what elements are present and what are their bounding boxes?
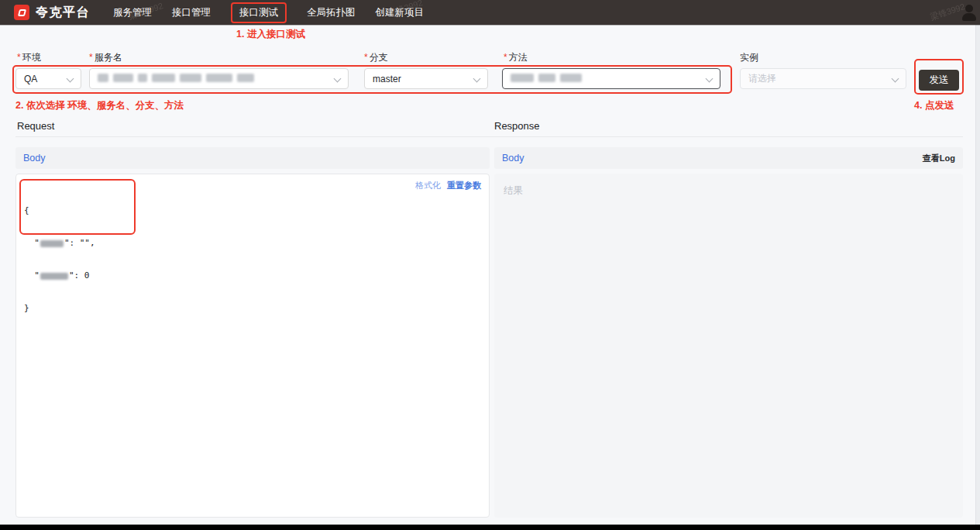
annotation-step2: 2. 依次选择 环境、服务名、分支、方法 xyxy=(15,99,184,112)
branch-label: *分支 xyxy=(364,51,388,64)
json-line: "": "", xyxy=(24,238,95,249)
branch-select[interactable]: master xyxy=(364,68,488,89)
instance-select[interactable]: 请选择 xyxy=(740,68,906,89)
interface-test-page: 夸克平台 服务管理 接口管理 接口测试 全局拓扑图 创建新项目 梁锋3992 梁… xyxy=(0,0,980,530)
brand-title: 夸克平台 xyxy=(36,5,90,21)
request-json-content: { "": "", "": 0 } xyxy=(24,184,95,336)
required-asterisk: * xyxy=(89,52,93,63)
required-asterisk: * xyxy=(504,52,507,63)
request-tab-body[interactable]: Body xyxy=(23,153,46,163)
branch-select-value: master xyxy=(373,74,401,84)
annotation-step1: 1. 进入接口测试 xyxy=(236,28,305,41)
result-placeholder: 结果 xyxy=(504,184,523,198)
json-line: "": 0 xyxy=(24,270,95,281)
chevron-down-icon xyxy=(473,75,481,83)
format-link[interactable]: 格式化 xyxy=(415,180,441,191)
instance-select-placeholder: 请选择 xyxy=(748,72,776,85)
response-tabbar: Body 查看Log xyxy=(494,147,963,169)
top-navbar: 夸克平台 服务管理 接口管理 接口测试 全局拓扑图 创建新项目 梁锋3992 梁… xyxy=(0,0,980,25)
nav-item-create-project[interactable]: 创建新项目 xyxy=(376,6,425,19)
service-select-value-redacted xyxy=(98,74,259,84)
instance-label: 实例 xyxy=(740,51,758,64)
json-line: { xyxy=(24,205,95,216)
response-tab-body[interactable]: Body xyxy=(502,153,524,163)
send-button[interactable]: 发送 xyxy=(919,70,959,91)
chevron-down-icon xyxy=(892,75,899,83)
chevron-down-icon xyxy=(334,75,342,83)
annotation-step4: 4. 点发送 xyxy=(914,99,954,112)
method-label: *方法 xyxy=(504,51,528,64)
env-select-value: QA xyxy=(24,74,37,84)
nav-item-interface-management[interactable]: 接口管理 xyxy=(172,6,211,19)
view-log-link[interactable]: 查看Log xyxy=(923,153,955,164)
response-section-title: Response xyxy=(494,120,540,132)
brand-logo[interactable] xyxy=(14,5,29,20)
section-divider xyxy=(15,136,963,137)
response-result-panel: 结果 xyxy=(494,174,963,518)
json-key-redacted xyxy=(40,238,64,248)
quark-logo-icon xyxy=(17,9,26,16)
scrollbar-gutter[interactable] xyxy=(975,25,980,525)
service-label: *服务名 xyxy=(89,51,122,64)
service-select[interactable] xyxy=(89,68,349,89)
request-body-editor[interactable]: 格式化 重置参数 { "": "", "": 0 } xyxy=(15,174,490,518)
request-tabbar: Body xyxy=(15,147,490,169)
chevron-down-icon xyxy=(706,75,714,83)
screen-bottom-bar xyxy=(0,525,980,530)
required-asterisk: * xyxy=(364,52,368,63)
method-select-value-redacted xyxy=(511,74,586,84)
json-key-redacted xyxy=(40,270,69,280)
env-select[interactable]: QA xyxy=(15,68,81,89)
json-line: } xyxy=(24,303,95,314)
nav-item-global-topology[interactable]: 全局拓扑图 xyxy=(307,6,356,19)
env-label: *环境 xyxy=(17,51,41,64)
nav-item-service-management[interactable]: 服务管理 xyxy=(113,6,152,19)
method-select[interactable] xyxy=(502,68,720,89)
reset-params-link[interactable]: 重置参数 xyxy=(447,180,481,191)
nav-item-interface-test[interactable]: 接口测试 xyxy=(231,2,287,23)
request-editor-tools: 格式化 重置参数 xyxy=(415,180,481,191)
nav-menu: 服务管理 接口管理 接口测试 全局拓扑图 创建新项目 xyxy=(113,2,424,23)
user-avatar[interactable] xyxy=(961,4,978,21)
required-asterisk: * xyxy=(17,52,21,63)
request-section-title: Request xyxy=(17,120,54,132)
chevron-down-icon xyxy=(67,75,74,83)
